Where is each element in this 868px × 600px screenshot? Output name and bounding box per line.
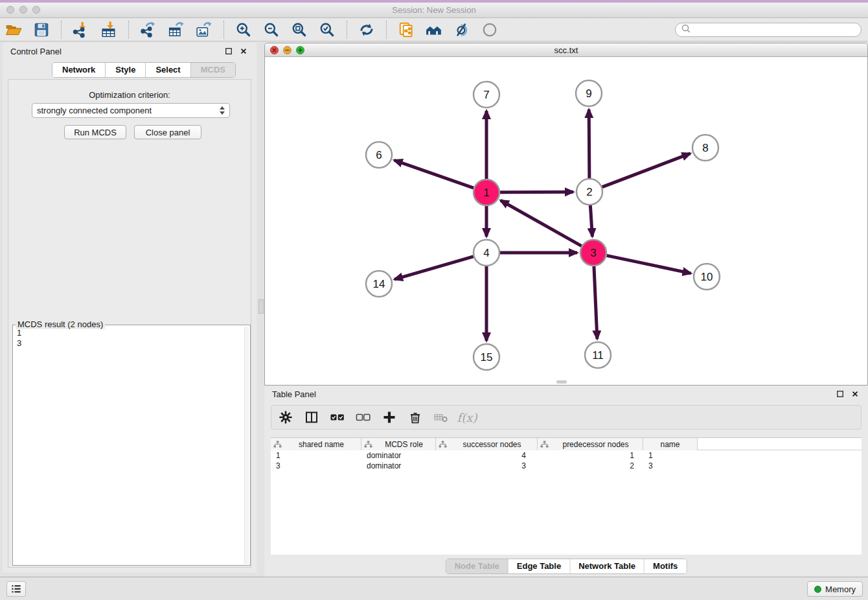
- table-row[interactable]: 3dominator323: [271, 461, 862, 471]
- delete-column-trash-icon[interactable]: [407, 410, 423, 425]
- export-image-icon[interactable]: [194, 20, 214, 40]
- apply-layout-icon[interactable]: [357, 20, 376, 40]
- node-11[interactable]: 11: [585, 342, 611, 368]
- column-header-name[interactable]: name: [643, 438, 698, 450]
- hide-network-icon[interactable]: [452, 20, 472, 40]
- window-controls[interactable]: [6, 6, 40, 14]
- create-column-plus-icon[interactable]: [382, 410, 397, 425]
- node-9[interactable]: 9: [576, 80, 602, 106]
- minimize-view-button[interactable]: [283, 46, 291, 54]
- status-bar: Memory: [0, 577, 868, 600]
- criterion-select[interactable]: strongly connected component: [32, 103, 230, 118]
- table-row[interactable]: 1dominator411: [271, 450, 862, 461]
- cell-shared-name[interactable]: 3: [271, 461, 361, 471]
- column-header-mcds-role[interactable]: MCDS role: [361, 438, 436, 450]
- tab-edge-table[interactable]: Edge Table: [508, 559, 570, 573]
- network-graph[interactable]: 7968124314101511: [265, 57, 867, 384]
- column-header-successor-nodes[interactable]: successor nodes: [436, 438, 538, 450]
- home-icon[interactable]: [424, 20, 444, 40]
- tab-node-table[interactable]: Node Table: [446, 559, 508, 573]
- export-table-icon[interactable]: [166, 20, 186, 40]
- svg-text:4: 4: [483, 247, 489, 259]
- cell-shared-name[interactable]: 1: [271, 450, 361, 461]
- node-6[interactable]: 6: [366, 142, 392, 168]
- tab-style[interactable]: Style: [106, 63, 146, 77]
- memory-button[interactable]: Memory: [807, 581, 863, 597]
- close-panel-icon[interactable]: [238, 46, 249, 56]
- import-table-icon[interactable]: [99, 20, 119, 40]
- result-scrollbar[interactable]: [244, 327, 249, 564]
- tab-network[interactable]: Network: [52, 63, 106, 77]
- tab-mcds[interactable]: MCDS: [191, 63, 235, 77]
- node-table[interactable]: shared nameMCDS rolesuccessor nodesprede…: [271, 437, 862, 555]
- node-4[interactable]: 4: [474, 240, 499, 266]
- cell-name[interactable]: 1: [643, 450, 698, 461]
- edge-4-14[interactable]: [394, 257, 474, 279]
- edge-2-8[interactable]: [602, 154, 691, 187]
- column-header-shared-name[interactable]: shared name: [271, 438, 361, 450]
- maximize-view-button[interactable]: [296, 46, 304, 54]
- edge-3-1[interactable]: [501, 200, 582, 246]
- cell-predecessor-nodes[interactable]: 1: [538, 450, 643, 461]
- network-canvas[interactable]: 7968124314101511: [265, 57, 867, 384]
- svg-text:11: 11: [592, 349, 604, 362]
- mcds-result-text[interactable]: 1 3: [17, 328, 241, 562]
- unselect-all-columns-icon[interactable]: [356, 410, 371, 425]
- network-window-titlebar[interactable]: scc.txt: [265, 43, 867, 57]
- select-all-columns-icon[interactable]: [330, 410, 345, 425]
- zoom-out-icon[interactable]: [262, 20, 281, 40]
- export-network-icon[interactable]: [139, 20, 158, 40]
- node-1[interactable]: 1: [474, 179, 499, 205]
- import-network-icon[interactable]: [71, 20, 91, 40]
- table-settings-gear-icon[interactable]: [278, 410, 293, 425]
- edge-3-11[interactable]: [594, 266, 597, 339]
- tab-select[interactable]: Select: [146, 63, 190, 77]
- close-view-button[interactable]: [270, 46, 279, 54]
- edge-1-6[interactable]: [394, 160, 474, 188]
- edge-2-3[interactable]: [590, 205, 592, 237]
- canvas-scroll-nub[interactable]: [556, 380, 567, 384]
- cell-mcds-role[interactable]: dominator: [361, 450, 436, 461]
- save-session-icon[interactable]: [32, 20, 51, 40]
- float-table-panel-icon[interactable]: [835, 389, 845, 399]
- node-7[interactable]: 7: [474, 82, 499, 108]
- minimize-window-button[interactable]: [19, 6, 27, 14]
- run-mcds-button[interactable]: Run MCDS: [64, 125, 126, 139]
- network-window-controls[interactable]: [270, 46, 304, 54]
- node-14[interactable]: 14: [366, 271, 392, 297]
- tab-network-table[interactable]: Network Table: [570, 559, 645, 573]
- split-handle[interactable]: [258, 299, 264, 314]
- search-box[interactable]: [675, 23, 862, 37]
- show-column-panel-icon[interactable]: [304, 410, 319, 425]
- node-2[interactable]: 2: [577, 179, 602, 205]
- edge-2-9[interactable]: [589, 110, 589, 178]
- node-8[interactable]: 8: [692, 135, 718, 161]
- edge-1-2[interactable]: [500, 192, 573, 192]
- zoom-fit-icon[interactable]: [290, 20, 309, 40]
- close-window-button[interactable]: [6, 6, 14, 14]
- cell-successor-nodes[interactable]: 4: [436, 450, 538, 461]
- clone-network-icon[interactable]: [396, 20, 416, 40]
- node-3[interactable]: 3: [580, 240, 606, 266]
- cell-mcds-role[interactable]: dominator: [361, 461, 436, 471]
- zoom-in-icon[interactable]: [234, 20, 253, 40]
- zoom-selected-icon[interactable]: [317, 20, 337, 40]
- show-hide-panel-eye-icon[interactable]: [480, 20, 499, 40]
- close-panel-button[interactable]: Close panel: [134, 125, 201, 139]
- edge-3-10[interactable]: [607, 255, 691, 273]
- maximize-window-button[interactable]: [32, 6, 40, 14]
- close-table-panel-icon[interactable]: [850, 389, 860, 399]
- panel-split-divider[interactable]: [258, 43, 264, 573]
- mcds-panel: Optimization criterion: strongly connect…: [8, 79, 251, 568]
- tab-motifs[interactable]: Motifs: [645, 559, 686, 573]
- open-session-icon[interactable]: [4, 20, 23, 40]
- node-15[interactable]: 15: [474, 344, 499, 370]
- cell-successor-nodes[interactable]: 3: [436, 461, 538, 471]
- cell-predecessor-nodes[interactable]: 2: [538, 461, 643, 471]
- node-10[interactable]: 10: [694, 264, 720, 290]
- column-header-predecessor-nodes[interactable]: predecessor nodes: [538, 438, 643, 450]
- cell-name[interactable]: 3: [643, 461, 698, 471]
- float-panel-icon[interactable]: [223, 46, 234, 56]
- search-input[interactable]: [692, 24, 856, 36]
- task-history-button[interactable]: [6, 581, 26, 597]
